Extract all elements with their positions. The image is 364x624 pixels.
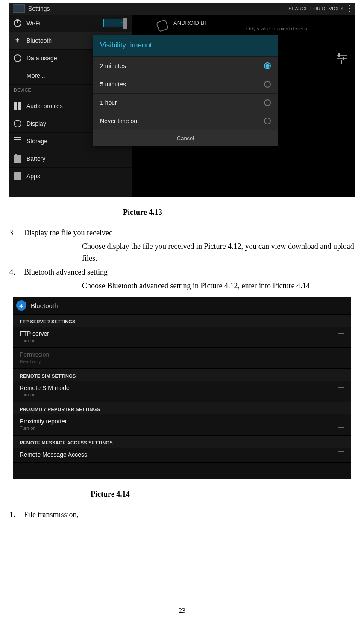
visibility-timeout-dialog: Visibility timeout 2 minutes 5 minutes 1… [93,35,278,146]
sidebar-label: Apps [26,173,40,180]
list-item-4-title: Bluetooth advanced setting [24,266,355,278]
display-icon [14,120,21,127]
advanced-settings-icon[interactable] [337,55,347,62]
list-item-3-title: Display the file you received [24,227,355,239]
list-number-4: 4. [9,266,24,278]
setting-permission: Permission Read only [13,348,351,369]
option-1-hour[interactable]: 1 hour [93,93,278,112]
setting-sublabel: Turn on [20,426,67,431]
sidebar-label: Data usage [26,55,57,62]
figure-4-13: Settings SEARCH FOR DEVICES Wi-Fi ON ∗ B… [9,3,355,197]
setting-label: Proximity reporter [20,418,67,425]
bluetooth-title-bar: ∗ Bluetooth [13,297,351,314]
device-subtext: Only visible to paired devices [246,26,307,31]
page-number: 23 [0,607,364,615]
cancel-button[interactable]: Cancel [93,130,278,146]
option-label: Never time out [100,118,139,124]
list-number-3: 3 [9,227,24,239]
setting-ftp-server[interactable]: FTP server Turn on [13,327,351,348]
sidebar-label: Display [26,120,46,127]
caption-picture-4-14: Picture 4.14 [91,490,355,499]
setting-sublabel: Turn on [20,392,70,397]
list-number-1: 1. [9,509,24,521]
checkbox-icon[interactable] [338,421,344,428]
sidebar-label: Audio profiles [26,103,63,109]
paired-device[interactable]: ANDROID BT Only visible to paired device… [157,20,307,31]
setting-label: Remote SIM mode [20,384,70,391]
sidebar-item-apps[interactable]: Apps [9,168,132,185]
overflow-menu-icon[interactable] [349,5,350,12]
list-item-3-body: Choose display the file you received in … [82,241,355,265]
action-bar: Settings SEARCH FOR DEVICES [9,3,355,15]
list-item-1-title: File transmission, [24,509,355,521]
sidebar-label: Storage [26,138,47,145]
dialog-title: Visibility timeout [93,35,278,56]
setting-label: Permission [20,351,49,358]
radio-icon [264,81,271,88]
option-never[interactable]: Never time out [93,112,278,130]
checkbox-icon[interactable] [338,451,344,458]
data-usage-icon [14,54,21,62]
sidebar-label: Battery [26,155,45,162]
radio-selected-icon [264,62,271,69]
phone-icon [156,19,169,32]
bluetooth-title: Bluetooth [31,302,58,309]
wifi-icon [12,18,23,29]
bluetooth-icon: ∗ [16,300,26,311]
sidebar-item-wifi[interactable]: Wi-Fi ON [9,15,132,32]
search-for-devices-button[interactable]: SEARCH FOR DEVICES [288,6,343,11]
apps-icon [14,172,21,180]
storage-icon [14,137,21,145]
sidebar-label: Wi-Fi [26,20,41,27]
list-item-4-body: Choose Bluetooth advanced setting in Pic… [82,280,355,292]
section-ftp-server: FTP SERVER SETTINGS [13,314,351,327]
body-text: 3 Display the file you received Choose d… [9,227,355,292]
option-label: 2 minutes [100,62,126,69]
option-2-minutes[interactable]: 2 minutes [93,56,278,75]
wifi-toggle[interactable]: ON [103,19,127,27]
option-5-minutes[interactable]: 5 minutes [93,75,278,93]
bluetooth-pane: ANDROID BT Only visible to paired device… [132,15,355,197]
app-icon [13,4,25,13]
audio-profiles-icon [14,102,21,110]
checkbox-icon[interactable] [338,387,344,394]
setting-label: Remote Message Access [20,451,87,458]
blank-icon [14,72,21,80]
sidebar-item-battery[interactable]: Battery [9,150,132,168]
battery-icon [14,155,21,163]
section-remote-message: REMOTE MESSAGE ACCESS SETTINGS [13,435,351,448]
option-label: 5 minutes [100,81,126,88]
checkbox-icon[interactable] [338,333,344,340]
option-label: 1 hour [100,99,117,106]
section-remote-sim: REMOTE SIM SETTINGS [13,369,351,381]
sidebar-label: More... [26,72,45,79]
radio-icon [264,99,271,106]
bluetooth-icon: ∗ [14,37,21,44]
radio-icon [264,118,271,124]
caption-picture-4-13: Picture 4.13 [123,208,355,217]
setting-remote-sim[interactable]: Remote SIM mode Turn on [13,381,351,402]
setting-label: FTP server [20,330,49,337]
setting-proximity-reporter[interactable]: Proximity reporter Turn on [13,414,351,435]
setting-remote-message-access[interactable]: Remote Message Access [13,448,351,463]
setting-sublabel: Turn on [20,338,49,343]
app-title: Settings [28,5,50,12]
body-text-2: 1. File transmission, [9,509,355,521]
setting-sublabel: Read only [20,359,49,364]
section-proximity-reporter: PROXIMITY REPORTER SETTINGS [13,402,351,414]
device-name: ANDROID BT [173,20,307,26]
figure-4-14: ∗ Bluetooth FTP SERVER SETTINGS FTP serv… [13,297,351,479]
sidebar-label: Bluetooth [26,37,52,44]
